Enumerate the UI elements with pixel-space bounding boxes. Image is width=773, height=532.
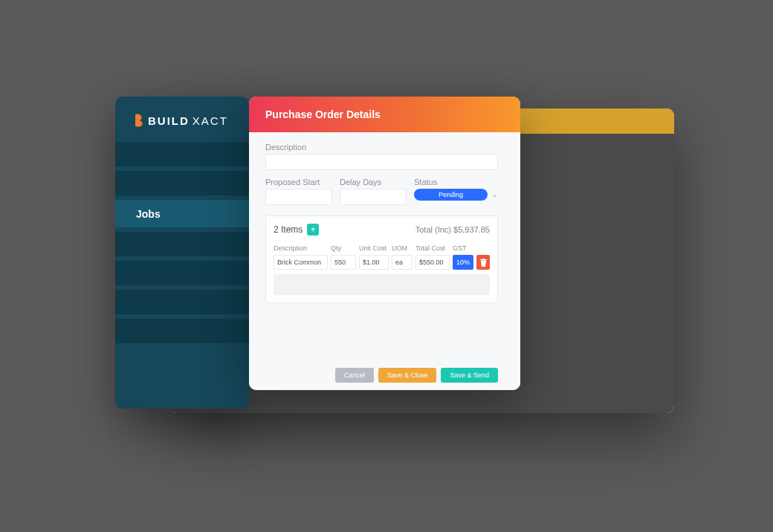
save-send-button[interactable]: Save & Send <box>441 368 498 383</box>
cancel-button[interactable]: Cancel <box>335 368 374 383</box>
save-close-button[interactable]: Save & Close <box>378 368 437 383</box>
sidebar-item[interactable] <box>115 170 249 195</box>
items-card: 2 Items + Total (Inc) $5,937.85 Descript… <box>265 215 498 303</box>
col-description: Description <box>274 244 328 252</box>
sidebar-item[interactable] <box>115 289 249 314</box>
col-unit-cost: Unit Cost <box>359 244 389 252</box>
item-qty-input[interactable]: 550 <box>331 255 356 270</box>
items-count: 2 Items <box>274 224 303 235</box>
status-label: Status <box>414 178 498 186</box>
brand-bold: BUILD <box>148 114 190 127</box>
item-description-input[interactable]: Brick Common <box>274 255 328 270</box>
sidebar-list: Jobs <box>115 141 249 343</box>
logo-b-icon <box>133 113 145 128</box>
item-row-empty <box>274 274 490 295</box>
sidebar: BUILDXACT Jobs <box>115 97 249 409</box>
chevron-down-icon[interactable]: ⌄ <box>492 191 498 198</box>
status-select[interactable]: Pending <box>414 189 488 201</box>
modal-body: Description Proposed Start Delay Days St… <box>249 132 520 390</box>
sidebar-item[interactable] <box>115 141 249 166</box>
delay-days-label: Delay Days <box>340 178 407 186</box>
items-total: Total (Inc) $5,937.85 <box>415 225 490 234</box>
sidebar-item[interactable] <box>115 260 249 285</box>
sidebar-item[interactable] <box>115 318 249 343</box>
modal-actions: Cancel Save & Close Save & Send <box>265 357 498 383</box>
brand-logo: BUILDXACT <box>115 97 249 141</box>
add-item-button[interactable]: + <box>307 224 319 236</box>
item-uom-input[interactable]: ea <box>392 255 413 270</box>
description-input[interactable] <box>265 154 498 170</box>
modal-title: Purchase Order Details <box>265 108 381 120</box>
status-value: Pending <box>439 191 463 198</box>
item-unit-cost-input[interactable]: $1.00 <box>359 255 389 270</box>
delete-item-button[interactable] <box>476 255 490 270</box>
brand-thin: XACT <box>193 114 228 127</box>
item-total-cost-input[interactable]: $550.00 <box>415 255 450 270</box>
col-uom: UOM <box>392 244 413 252</box>
col-total-cost: Total Cost <box>415 244 450 252</box>
description-label: Description <box>265 143 498 152</box>
delay-days-input[interactable] <box>340 189 407 205</box>
purchase-order-modal: Purchase Order Details Description Propo… <box>249 97 520 390</box>
proposed-start-input[interactable] <box>265 189 332 205</box>
proposed-start-label: Proposed Start <box>265 178 332 186</box>
col-gst: GST <box>453 244 473 252</box>
sidebar-item-label: Jobs <box>136 208 161 220</box>
trash-icon <box>480 259 487 267</box>
modal-header: Purchase Order Details <box>249 97 520 132</box>
item-row: Brick Common 550 $1.00 ea $550.00 10% <box>274 255 490 270</box>
sidebar-item[interactable] <box>115 231 249 256</box>
item-gst-select[interactable]: 10% <box>453 255 473 270</box>
col-qty: Qty <box>331 244 356 252</box>
sidebar-item-jobs[interactable]: Jobs <box>115 199 249 227</box>
